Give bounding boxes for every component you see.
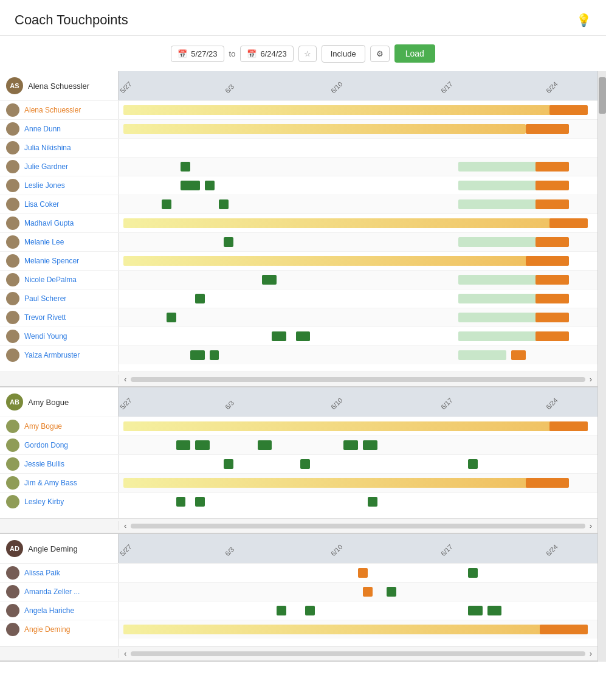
person-name[interactable]: Lisa Coker <box>24 200 59 209</box>
avatar <box>6 273 19 286</box>
person-name[interactable]: Alissa Paik <box>24 569 60 577</box>
person-name[interactable]: Julie Gardner <box>24 162 68 171</box>
scroll-track[interactable] <box>131 377 585 382</box>
date-label: 5/27 <box>119 397 133 411</box>
coach-section: ABAmy Bogue5/276/36/106/176/24Amy BogueG… <box>0 387 597 534</box>
person-cell: Anne Dunn <box>0 120 119 138</box>
timeline-bar <box>123 218 574 228</box>
coach-header-row: ADAngie Deming5/276/36/106/176/24 <box>0 534 597 563</box>
timeline-bar <box>526 256 569 266</box>
timeline-bar-cell <box>119 158 597 176</box>
timeline-bar <box>535 294 569 303</box>
person-name[interactable]: Lesley Kirby <box>24 497 64 506</box>
calendar-icon-from: 📅 <box>177 49 187 58</box>
timeline-bar <box>181 181 200 190</box>
date-label: 6/10 <box>329 397 344 411</box>
timeline-bar <box>205 181 215 190</box>
avatar <box>6 495 19 508</box>
person-name[interactable]: Trevor Rivett <box>24 313 66 322</box>
timeline-bar <box>176 497 186 507</box>
person-name[interactable]: Melanie Spencer <box>24 257 79 265</box>
person-name[interactable]: Julia Nikishina <box>24 144 71 152</box>
scroll-right-arrow[interactable]: › <box>587 648 595 659</box>
person-cell: Wendi Young <box>0 327 119 345</box>
scroll-right-arrow[interactable]: › <box>587 374 595 384</box>
scrollbar-right[interactable] <box>597 71 606 662</box>
person-name[interactable]: Amy Bogue <box>24 422 62 431</box>
timeline-row: Amanda Zeller ... <box>0 582 597 601</box>
timeline-row: Alissa Paik <box>0 563 597 582</box>
gear-button[interactable]: ⚙ <box>370 46 390 62</box>
person-name[interactable]: Anne Dunn <box>24 125 61 133</box>
timeline-row: Amy Bogue <box>0 417 597 435</box>
avatar <box>6 623 19 636</box>
timeline-bar <box>368 497 377 507</box>
timeline-bar-cell <box>119 620 597 639</box>
person-name[interactable]: Jim & Amy Bass <box>24 479 77 487</box>
timeline-bar-cell <box>119 289 597 308</box>
timeline-row: Lisa Coker <box>0 195 597 213</box>
avatar <box>6 604 19 617</box>
date-label: 6/17 <box>439 397 454 411</box>
timeline-bar <box>468 459 478 469</box>
person-name[interactable]: Angela Hariche <box>24 606 74 615</box>
star-button[interactable]: ☆ <box>298 46 317 62</box>
person-cell: Alena Schuessler <box>0 101 119 119</box>
toolbar: 📅 5/27/23 to 📅 6/24/23 ☆ Include ⚙ Load <box>0 36 606 71</box>
date-label: 5/27 <box>119 543 133 558</box>
scroll-left-arrow[interactable]: ‹ <box>121 374 129 384</box>
avatar <box>6 103 19 117</box>
avatar <box>6 254 19 268</box>
date-from-value: 5/27/23 <box>191 49 217 58</box>
scroll-track[interactable] <box>131 524 585 528</box>
person-name[interactable]: Nicole DePalma <box>24 275 77 284</box>
timeline-bar-cell <box>119 327 597 345</box>
person-name[interactable]: Yaiza Armbruster <box>24 351 80 359</box>
include-button[interactable]: Include <box>322 45 365 63</box>
date-label: 5/27 <box>119 80 133 95</box>
person-cell: Amanda Zeller ... <box>0 583 119 601</box>
timeline-row: Anne Dunn <box>0 119 597 138</box>
timeline-bar <box>540 625 588 634</box>
avatar <box>6 160 19 173</box>
person-cell: Melanie Spencer <box>0 252 119 270</box>
date-from-input[interactable]: 📅 5/27/23 <box>171 46 224 62</box>
person-name[interactable]: Gordon Dong <box>24 441 68 449</box>
person-cell: Jim & Amy Bass <box>0 474 119 492</box>
person-name[interactable]: Wendi Young <box>24 332 67 341</box>
timeline-bar-cell <box>119 139 597 157</box>
timeline-bar-cell <box>119 120 597 138</box>
avatar <box>6 348 19 362</box>
person-name[interactable]: Madhavi Gupta <box>24 219 74 227</box>
timeline-bar-cell <box>119 214 597 232</box>
date-to-input[interactable]: 📅 6/24/23 <box>240 46 293 62</box>
avatar <box>6 235 19 249</box>
person-name[interactable]: Leslie Jones <box>24 181 65 190</box>
person-cell: Madhavi Gupta <box>0 214 119 232</box>
person-name[interactable]: Amanda Zeller ... <box>24 587 80 596</box>
scroll-left-arrow[interactable]: ‹ <box>121 648 129 659</box>
person-cell: Gordon Dong <box>0 436 119 454</box>
scroll-right-arrow[interactable]: › <box>587 521 595 531</box>
person-name[interactable]: Jessie Bullis <box>24 460 64 468</box>
scroll-nav-row: ‹ › <box>0 518 597 533</box>
person-name[interactable]: Paul Scherer <box>24 294 66 303</box>
scroll-track[interactable] <box>131 651 585 656</box>
page-title: Coach Touchpoints <box>15 12 128 28</box>
timeline-row: Leslie Jones <box>0 176 597 195</box>
person-name[interactable]: Alena Schuessler <box>24 106 81 114</box>
timeline-bar <box>123 256 531 266</box>
date-label: 6/10 <box>329 80 344 95</box>
avatar <box>6 438 19 452</box>
scrollbar-thumb[interactable] <box>599 77 606 114</box>
load-button[interactable]: Load <box>394 44 435 63</box>
person-name[interactable]: Melanie Lee <box>24 238 64 246</box>
scroll-left-arrow[interactable]: ‹ <box>121 521 129 531</box>
timeline-bar-cell <box>119 346 597 364</box>
timeline-bar <box>123 105 574 115</box>
timeline-bar <box>549 218 588 228</box>
timeline-bar-cell <box>119 455 597 473</box>
person-name[interactable]: Angie Deming <box>24 625 70 634</box>
person-cell: Paul Scherer <box>0 289 119 308</box>
timeline-bar <box>123 478 531 488</box>
